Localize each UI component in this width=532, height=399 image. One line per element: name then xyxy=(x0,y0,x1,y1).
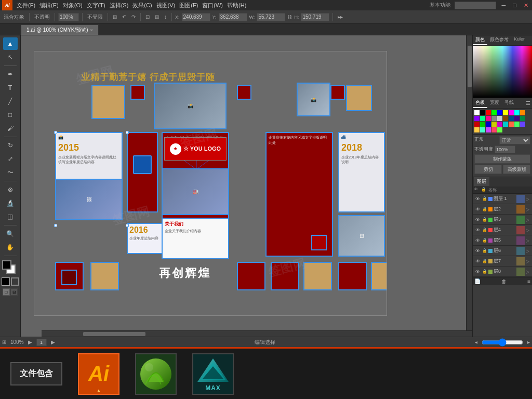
rect-tool[interactable]: □ xyxy=(3,109,18,121)
tb-icon6[interactable]: ↕ xyxy=(163,13,168,21)
layer-lock-4[interactable]: 🔒 xyxy=(482,238,487,243)
hand-tool[interactable]: ✋ xyxy=(3,241,18,254)
menu-item-view[interactable]: 视图(V) xyxy=(156,2,176,9)
layer-item-3[interactable]: 👁 🔒 层4 ▷ xyxy=(473,225,532,235)
zoom-tool[interactable]: 🔍 xyxy=(3,228,18,240)
layer-expand-4[interactable]: ▷ xyxy=(526,238,531,243)
blend-mode-select[interactable]: 正常 滤色 叠加 xyxy=(499,136,530,144)
release-mask-btn[interactable]: 高级蒙版 xyxy=(503,165,530,174)
layer-expand-1[interactable]: ▷ xyxy=(526,207,531,212)
swatch-menu-icon[interactable]: ☰ xyxy=(526,100,530,106)
warp-tool[interactable]: 〜 xyxy=(3,166,18,179)
layer-expand-7[interactable]: ▷ xyxy=(526,269,531,274)
eyedropper-tool[interactable]: 🔬 xyxy=(3,197,18,209)
scroll-right-btn[interactable]: ▸ xyxy=(527,339,530,345)
tb-icon5[interactable]: ⊞ xyxy=(153,13,161,21)
swatch-10[interactable] xyxy=(480,116,485,121)
swatch-15[interactable] xyxy=(509,116,514,121)
zoom-input[interactable] xyxy=(58,13,79,21)
tab-close-btn[interactable]: × xyxy=(90,28,93,33)
tb-icon2[interactable]: ↶ xyxy=(121,13,128,21)
swatch-8[interactable] xyxy=(520,110,525,115)
menu-item-object[interactable]: 对象(O) xyxy=(63,2,83,9)
layer-menu-btn[interactable]: ≡ xyxy=(527,278,530,284)
tb-icon4[interactable]: ⊡ xyxy=(144,13,151,21)
swatch-3[interactable] xyxy=(491,110,497,115)
fg-bg-colors[interactable] xyxy=(2,260,19,275)
layer-lock-7[interactable]: 🔒 xyxy=(482,269,487,274)
more-options-btn[interactable]: ▸▸ xyxy=(336,13,344,21)
layer-vis-6[interactable]: 👁 xyxy=(474,258,481,265)
coord-h[interactable] xyxy=(301,13,329,21)
layer-item-6[interactable]: 👁 🔒 层7 ▷ xyxy=(473,256,532,267)
layer-vis-2[interactable]: 👁 xyxy=(474,216,481,223)
swatch-20[interactable] xyxy=(486,122,491,127)
layer-vis-0[interactable]: 👁 xyxy=(474,195,481,203)
tb-icon1[interactable]: ⊞ xyxy=(111,13,118,21)
swatch-4[interactable] xyxy=(497,110,502,115)
color-guide-tab[interactable]: 颜色参考 xyxy=(487,35,511,45)
normal-mode-btn[interactable]: □ xyxy=(3,288,10,296)
layer-lock-6[interactable]: 🔒 xyxy=(482,259,487,263)
ai-app-icon[interactable]: Ai ▲ xyxy=(78,353,119,395)
menu-item-text[interactable]: 文字(T) xyxy=(87,2,105,9)
type-tool[interactable]: T xyxy=(3,82,18,94)
layer-lock-5[interactable]: 🔒 xyxy=(482,248,487,253)
h-scroll-thumb[interactable] xyxy=(83,332,145,336)
v-scroll-thumb[interactable] xyxy=(468,46,472,87)
add-layer-btn[interactable]: 📄 xyxy=(474,278,481,284)
behind-mode-btn[interactable]: ⊟ xyxy=(10,288,18,296)
grass-app-icon[interactable] xyxy=(135,353,177,395)
swatch-28[interactable] xyxy=(480,127,485,132)
color-canvas[interactable] xyxy=(473,46,532,98)
layer-vis-1[interactable]: 👁 xyxy=(474,206,481,213)
layer-vis-4[interactable]: 👁 xyxy=(474,237,481,244)
scroll-left-btn[interactable]: ◂ xyxy=(475,339,477,345)
swatch-19[interactable] xyxy=(480,122,485,127)
pen-tool[interactable]: ✒ xyxy=(3,68,18,81)
swatch-7[interactable] xyxy=(514,110,520,115)
tb-icon3[interactable]: ↷ xyxy=(130,13,137,21)
swatch-31[interactable] xyxy=(497,127,502,132)
canvas-area[interactable]: 签图网 签图网 签图网 签图网 业精于勤荒于嬉 行成于思毁于随 📸 📸 xyxy=(21,35,472,337)
menu-item-edit[interactable]: 编辑(E) xyxy=(39,2,59,9)
edit-mask-btn[interactable]: 剪切 xyxy=(474,165,502,174)
layer-lock-0[interactable]: 🔒 xyxy=(482,196,487,201)
menu-item-select[interactable]: 选择(S) xyxy=(110,2,129,9)
opacity-input[interactable] xyxy=(495,145,515,153)
document-tab[interactable]: 1.ai @ 100% (CMYK/预览) × xyxy=(21,24,99,35)
swatch-25[interactable] xyxy=(514,122,520,127)
layer-expand-5[interactable]: ▷ xyxy=(526,248,531,254)
coord-y[interactable] xyxy=(219,13,247,21)
layer-expand-0[interactable]: ▷ xyxy=(526,196,531,202)
layer-item-4[interactable]: 👁 🔒 层5 ▷ xyxy=(473,235,532,246)
select-tool[interactable]: ▲ xyxy=(3,37,18,50)
foreground-color[interactable] xyxy=(2,260,11,270)
layer-item-1[interactable]: 👁 🔒 层2 ▷ xyxy=(473,204,532,215)
layer-expand-6[interactable]: ▷ xyxy=(526,259,531,264)
coord-w[interactable] xyxy=(257,13,285,21)
swatch-30[interactable] xyxy=(491,127,497,132)
gradient-tool[interactable]: ◫ xyxy=(3,210,18,223)
swatch-11[interactable] xyxy=(486,116,491,121)
color-tab[interactable]: 颜色 xyxy=(473,35,487,45)
swatch-29[interactable] xyxy=(486,127,491,132)
layer-item-5[interactable]: 👁 🔒 层6 ▷ xyxy=(473,246,532,256)
swatch-6[interactable] xyxy=(509,110,514,115)
search-input[interactable] xyxy=(455,2,496,9)
swatch-17[interactable] xyxy=(520,116,525,121)
page-input[interactable] xyxy=(36,339,47,346)
paintbrush-tool[interactable]: 🖌 xyxy=(3,122,18,135)
close-btn[interactable]: ✕ xyxy=(522,2,530,9)
layers-tab[interactable]: 图层 xyxy=(474,177,489,187)
delete-layer-btn[interactable]: 🗑 xyxy=(501,278,507,284)
swatch-9[interactable] xyxy=(474,116,480,121)
swatch-16[interactable] xyxy=(514,116,520,121)
direct-select-tool[interactable]: ↖ xyxy=(3,51,18,63)
layer-vis-3[interactable]: 👁 xyxy=(474,227,481,234)
swatch-22[interactable] xyxy=(497,122,502,127)
max-app-icon[interactable]: MAX xyxy=(192,353,234,395)
make-mask-btn[interactable]: 制作蒙版 xyxy=(474,154,530,164)
layer-item-2[interactable]: 👁 🔒 层3 ▷ xyxy=(473,215,532,225)
color-spectrum[interactable] xyxy=(473,46,532,98)
